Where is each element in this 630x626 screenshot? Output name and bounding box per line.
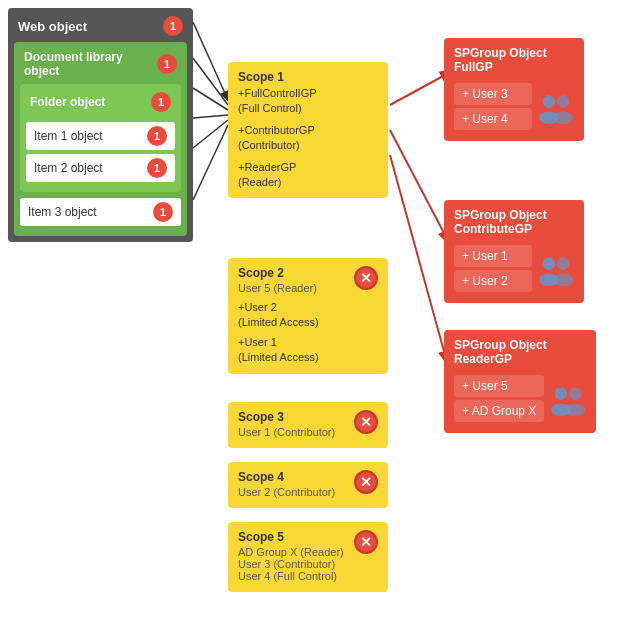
svg-point-10 xyxy=(557,95,570,108)
item3-badge: 1 xyxy=(153,202,173,222)
doc-library-panel: Document library object 1 Folder object … xyxy=(14,42,187,236)
spgroup-contributegp-title: SPGroup ObjectContributeGP xyxy=(454,208,574,236)
scope4-title: Scope 4 xyxy=(238,470,335,484)
spgroup-readergp-box: SPGroup ObjectReaderGP + User 5 + AD Gro… xyxy=(444,330,596,433)
scope5-content: Scope 5 AD Group X (Reader)User 3 (Contr… xyxy=(238,530,378,584)
scope4-box: Scope 4 User 2 (Contributor) ✕ xyxy=(228,462,388,508)
diagram-container: Web object 1 Document library object 1 F… xyxy=(0,0,630,626)
scope4-x-icon[interactable]: ✕ xyxy=(354,470,378,494)
spgroup-contributegp-user2: + User 2 xyxy=(454,270,532,292)
list-item: Item 3 object 1 xyxy=(20,198,181,226)
svg-line-8 xyxy=(390,155,445,355)
scope2-text: Scope 2 User 5 (Reader) +User 2(Limited … xyxy=(238,266,319,366)
scope1-entry1: +FullControlIGP(Full Control) xyxy=(238,86,378,117)
scope1-box: Scope 1 +FullControlIGP(Full Control) +C… xyxy=(228,62,388,198)
scope3-title: Scope 3 xyxy=(238,410,335,424)
spgroup-readergp-title: SPGroup ObjectReaderGP xyxy=(454,338,586,366)
svg-line-3 xyxy=(193,115,228,118)
web-object-title: Web object 1 xyxy=(14,14,187,42)
item3-label: Item 3 object xyxy=(28,205,97,219)
group-icon xyxy=(538,89,574,125)
scope1-title: Scope 1 xyxy=(238,70,378,84)
svg-point-12 xyxy=(553,111,573,124)
doc-library-title: Document library object 1 xyxy=(20,48,181,84)
scope5-subtitle: AD Group X (Reader)User 3 (Contributor)U… xyxy=(238,546,344,582)
doc-library-label: Document library object xyxy=(24,50,157,78)
scope1-entry2: +ContributorGP(Contributor) xyxy=(238,123,378,154)
svg-line-1 xyxy=(193,58,228,105)
scope2-subtitle: User 5 (Reader) xyxy=(238,282,319,294)
folder-badge: 1 xyxy=(151,92,171,112)
spgroup-fullgp-user4: + User 4 xyxy=(454,108,532,130)
scope2-entry2: +User 1(Limited Access) xyxy=(238,335,319,366)
svg-point-14 xyxy=(557,257,570,270)
list-item: Item 1 object 1 xyxy=(26,122,175,150)
list-item: Item 2 object 1 xyxy=(26,154,175,182)
group-icon xyxy=(550,381,586,417)
scope5-x-icon[interactable]: ✕ xyxy=(354,530,378,554)
scope4-content: Scope 4 User 2 (Contributor) ✕ xyxy=(238,470,378,500)
svg-point-18 xyxy=(569,387,582,400)
group-icon xyxy=(538,251,574,287)
svg-point-13 xyxy=(543,257,556,270)
scope1-entry3: +ReaderGP(Reader) xyxy=(238,160,378,191)
spgroup-readergp-adgroupx: + AD Group X xyxy=(454,400,544,422)
spgroup-contributegp-user1: + User 1 xyxy=(454,245,532,267)
svg-line-2 xyxy=(193,88,228,110)
scope2-box: Scope 2 User 5 (Reader) +User 2(Limited … xyxy=(228,258,388,374)
doc-library-badge: 1 xyxy=(157,54,177,74)
scope4-text: Scope 4 User 2 (Contributor) xyxy=(238,470,335,500)
scope2-content: Scope 2 User 5 (Reader) +User 2(Limited … xyxy=(238,266,378,366)
folder-label: Folder object xyxy=(30,95,105,109)
folder-title: Folder object 1 xyxy=(26,90,175,118)
scope2-entry1: +User 2(Limited Access) xyxy=(238,300,319,331)
item1-label: Item 1 object xyxy=(34,129,103,143)
svg-point-20 xyxy=(566,403,586,416)
svg-line-0 xyxy=(193,22,228,100)
svg-point-9 xyxy=(543,95,556,108)
scope2-x-icon[interactable]: ✕ xyxy=(354,266,378,290)
web-object-panel: Web object 1 Document library object 1 F… xyxy=(8,8,193,242)
item1-badge: 1 xyxy=(147,126,167,146)
scope3-x-icon[interactable]: ✕ xyxy=(354,410,378,434)
scope3-content: Scope 3 User 1 (Contributor) ✕ xyxy=(238,410,378,440)
svg-line-7 xyxy=(390,130,445,235)
web-object-badge: 1 xyxy=(163,16,183,36)
svg-point-17 xyxy=(555,387,568,400)
scope3-text: Scope 3 User 1 (Contributor) xyxy=(238,410,335,440)
spgroup-contributegp-box: SPGroup ObjectContributeGP + User 1 + Us… xyxy=(444,200,584,303)
spgroup-fullgp-user3: + User 3 xyxy=(454,83,532,105)
scope5-text: Scope 5 AD Group X (Reader)User 3 (Contr… xyxy=(238,530,344,584)
spgroup-readergp-user5: + User 5 xyxy=(454,375,544,397)
web-object-label: Web object xyxy=(18,19,87,34)
item2-label: Item 2 object xyxy=(34,161,103,175)
scope2-title: Scope 2 xyxy=(238,266,319,280)
scope3-box: Scope 3 User 1 (Contributor) ✕ xyxy=(228,402,388,448)
svg-line-6 xyxy=(390,75,445,105)
spgroup-fullgp-title: SPGroup ObjectFullGP xyxy=(454,46,574,74)
item2-badge: 1 xyxy=(147,158,167,178)
spgroup-fullgp-box: SPGroup ObjectFullGP + User 3 + User 4 xyxy=(444,38,584,141)
scope5-box: Scope 5 AD Group X (Reader)User 3 (Contr… xyxy=(228,522,388,592)
scope3-subtitle: User 1 (Contributor) xyxy=(238,426,335,438)
svg-point-16 xyxy=(553,273,573,286)
svg-line-4 xyxy=(193,120,228,148)
svg-line-5 xyxy=(193,125,228,200)
folder-panel: Folder object 1 Item 1 object 1 Item 2 o… xyxy=(20,84,181,192)
scope4-subtitle: User 2 (Contributor) xyxy=(238,486,335,498)
scope5-title: Scope 5 xyxy=(238,530,344,544)
